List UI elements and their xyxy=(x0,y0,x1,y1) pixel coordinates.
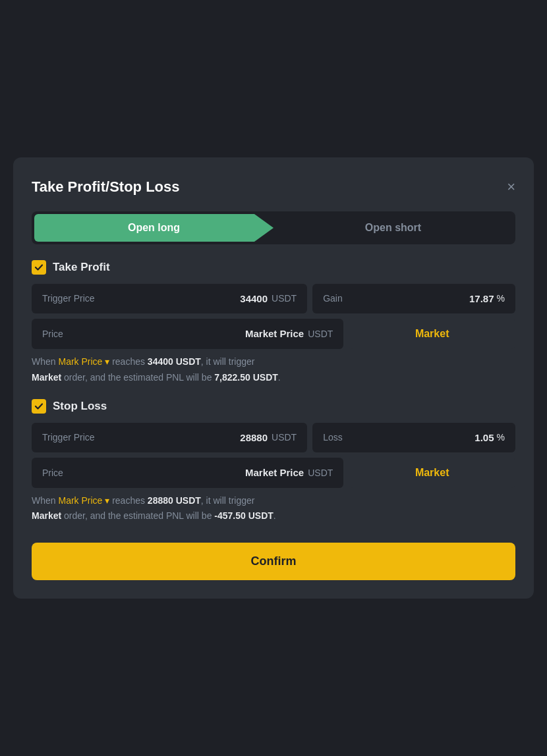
stop-loss-trigger-price-label: Trigger Price xyxy=(42,432,95,443)
take-profit-gain-unit: % xyxy=(497,293,505,304)
stop-loss-trigger-price-box: Trigger Price 28880 USDT xyxy=(32,423,307,452)
stop-loss-label-row: Stop Loss xyxy=(32,399,515,414)
stop-loss-trigger-reach: 28880 USDT xyxy=(148,495,201,506)
take-profit-gain-value: 17.87 xyxy=(469,293,494,304)
stop-loss-price-value: Market Price xyxy=(245,467,304,478)
stop-loss-info-part2: reaches xyxy=(109,495,148,506)
take-profit-info-end: . xyxy=(278,372,281,383)
stop-loss-mark-price[interactable]: Mark Price ▾ xyxy=(58,495,109,506)
stop-loss-loss-box: Loss 1.05 % xyxy=(312,423,515,452)
take-profit-gain-right: 17.87 % xyxy=(469,293,505,304)
take-profit-trigger-price-value: 34400 xyxy=(240,293,268,304)
take-profit-price-unit: USDT xyxy=(308,329,333,339)
stop-loss-price-box: Price Market Price USDT xyxy=(32,458,343,488)
take-profit-gain-label: Gain xyxy=(323,293,343,304)
modal-header: Take Profit/Stop Loss × xyxy=(32,178,515,196)
stop-loss-trigger-price-right: 28880 USDT xyxy=(240,432,297,443)
take-profit-price-box: Price Market Price USDT xyxy=(32,319,343,349)
stop-loss-info-end: . xyxy=(274,510,276,521)
take-profit-pnl: 7,822.50 USDT xyxy=(214,372,278,383)
take-profit-price-value: Market Price xyxy=(245,328,304,339)
modal-container: Take Profit/Stop Loss × Open long Open s… xyxy=(13,157,534,599)
take-profit-info-part1: When xyxy=(32,356,58,367)
take-profit-fields-row-2: Price Market Price USDT Market xyxy=(32,319,515,349)
take-profit-trigger-price-label: Trigger Price xyxy=(42,293,95,304)
take-profit-checkbox[interactable] xyxy=(32,260,46,275)
take-profit-info-part4: order, and the estimated PNL will be xyxy=(61,372,214,383)
stop-loss-section: Stop Loss Trigger Price 28880 USDT Loss … xyxy=(32,399,515,525)
stop-loss-price-right: Market Price USDT xyxy=(245,467,333,478)
stop-loss-price-label: Price xyxy=(42,468,63,478)
take-profit-price-label: Price xyxy=(42,329,63,339)
take-profit-label-row: Take Profit xyxy=(32,260,515,275)
take-profit-trigger-price-box: Trigger Price 34400 USDT xyxy=(32,284,307,313)
close-button[interactable]: × xyxy=(507,180,515,194)
stop-loss-fields-row-2: Price Market Price USDT Market xyxy=(32,458,515,488)
stop-loss-title: Stop Loss xyxy=(53,400,107,413)
take-profit-title: Take Profit xyxy=(53,261,110,274)
take-profit-info-part2: reaches xyxy=(109,356,148,367)
take-profit-price-type-button[interactable]: Market xyxy=(349,319,515,349)
take-profit-section: Take Profit Trigger Price 34400 USDT Gai… xyxy=(32,260,515,386)
stop-loss-info-part1: When xyxy=(32,495,58,506)
stop-loss-trigger-price-value: 28880 xyxy=(240,432,268,443)
take-profit-order-type: Market xyxy=(32,372,61,383)
stop-loss-info: When Mark Price ▾ reaches 28880 USDT, it… xyxy=(32,493,515,525)
stop-loss-loss-label: Loss xyxy=(323,432,343,443)
tab-open-short[interactable]: Open short xyxy=(274,214,513,242)
take-profit-gain-box: Gain 17.87 % xyxy=(312,284,515,313)
stop-loss-loss-right: 1.05 % xyxy=(475,432,505,443)
take-profit-trigger-price-right: 34400 USDT xyxy=(240,293,297,304)
stop-loss-loss-unit: % xyxy=(497,432,505,443)
take-profit-fields-row-1: Trigger Price 34400 USDT Gain 17.87 % xyxy=(32,284,515,313)
stop-loss-info-part3: , it will trigger xyxy=(201,495,255,506)
tab-row: Open long Open short xyxy=(32,211,515,244)
modal-title: Take Profit/Stop Loss xyxy=(32,178,180,196)
take-profit-price-right: Market Price USDT xyxy=(245,328,333,339)
confirm-button[interactable]: Confirm xyxy=(32,543,515,580)
take-profit-info-part3: , it will trigger xyxy=(201,356,255,367)
stop-loss-pnl: -457.50 USDT xyxy=(214,510,273,521)
stop-loss-loss-value: 1.05 xyxy=(475,432,494,443)
take-profit-trigger-price-unit: USDT xyxy=(272,293,297,304)
stop-loss-price-unit: USDT xyxy=(308,468,333,478)
stop-loss-order-type: Market xyxy=(32,510,61,521)
stop-loss-checkbox[interactable] xyxy=(32,399,46,414)
stop-loss-trigger-price-unit: USDT xyxy=(272,432,297,443)
stop-loss-price-type-button[interactable]: Market xyxy=(349,458,515,488)
take-profit-info: When Mark Price ▾ reaches 34400 USDT, it… xyxy=(32,354,515,386)
stop-loss-info-part4: order, and the estimated PNL will be xyxy=(61,510,214,521)
take-profit-trigger-reach: 34400 USDT xyxy=(148,356,201,367)
tab-open-long[interactable]: Open long xyxy=(34,214,274,242)
stop-loss-fields-row-1: Trigger Price 28880 USDT Loss 1.05 % xyxy=(32,423,515,452)
take-profit-mark-price[interactable]: Mark Price ▾ xyxy=(58,356,109,367)
